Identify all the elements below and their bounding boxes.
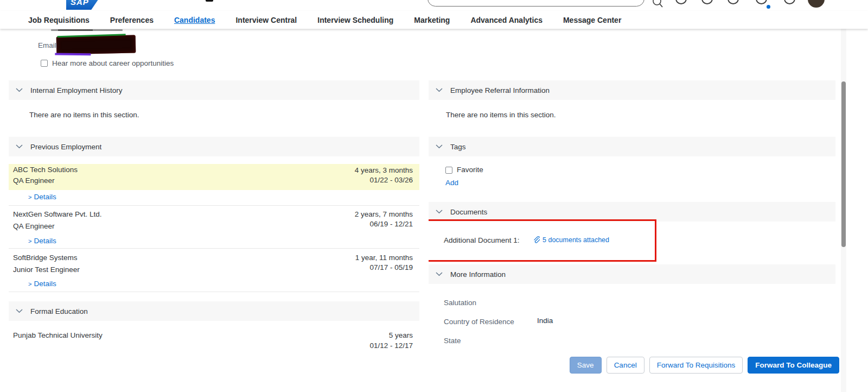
attachment-link-label: 5 documents attached xyxy=(542,236,609,244)
chevron-down-icon xyxy=(436,210,443,214)
nav-preferences[interactable]: Preferences xyxy=(110,16,154,24)
section-title: Employee Referral Information xyxy=(450,86,550,94)
favorite-checkbox[interactable] xyxy=(445,167,452,174)
empty-section-text: There are no items in this section. xyxy=(446,111,556,119)
state-label: State xyxy=(444,337,461,345)
row-divider xyxy=(9,292,419,292)
avatar[interactable] xyxy=(808,0,825,8)
nav-message-center[interactable]: Message Center xyxy=(563,16,621,24)
chevron-right-icon xyxy=(28,280,31,288)
notification-badge xyxy=(767,5,770,9)
salutation-label: Salutation xyxy=(444,299,476,307)
nav-candidates[interactable]: Candidates xyxy=(174,16,215,24)
chevron-down-icon xyxy=(436,144,443,149)
chevron-down-icon xyxy=(436,88,443,92)
chevron-down-icon xyxy=(436,272,443,276)
career-opportunities-label: Hear more about career opportunities xyxy=(52,59,174,67)
chevron-down-icon xyxy=(16,309,23,313)
save-button[interactable]: Save xyxy=(570,357,602,374)
nav-interview-scheduling[interactable]: Interview Scheduling xyxy=(317,16,393,24)
section-tags[interactable]: Tags xyxy=(429,137,835,156)
documents-attached-link[interactable]: 5 documents attached xyxy=(533,236,609,244)
details-link[interactable]: Details xyxy=(28,193,56,201)
details-label: Details xyxy=(34,280,56,288)
section-employee-referral[interactable]: Employee Referral Information xyxy=(429,80,835,100)
section-title: Tags xyxy=(450,143,466,151)
nav-marketing[interactable]: Marketing xyxy=(414,16,450,24)
employment-duration: 1 year, 11 months xyxy=(355,254,413,262)
employment-dates: 01/22 - 03/26 xyxy=(369,176,413,184)
right-column: Employee Referral Information There are … xyxy=(429,28,835,380)
cropped-header-text xyxy=(206,0,213,2)
education-duration: 5 years xyxy=(389,331,413,339)
country-of-residence-label: Country of Residence xyxy=(444,318,514,326)
notifications-icon[interactable] xyxy=(756,0,767,4)
settings-icon[interactable] xyxy=(727,0,739,4)
nav-job-requisitions[interactable]: Job Requisitions xyxy=(28,16,90,24)
employment-dates: 07/17 - 05/19 xyxy=(369,263,413,271)
forward-to-colleague-button[interactable]: Forward To Colleague xyxy=(748,357,839,374)
employment-duration: 4 years, 3 months xyxy=(355,166,413,174)
career-opportunities-checkbox[interactable] xyxy=(41,60,48,67)
details-link[interactable]: Details xyxy=(28,280,56,288)
paperclip-icon xyxy=(533,236,540,244)
job-title: Junior Test Engineer xyxy=(13,265,80,274)
details-label: Details xyxy=(34,193,56,201)
redacted-email-value xyxy=(56,35,136,54)
main-nav: Job Requisitions Preferences Candidates … xyxy=(0,11,868,29)
chevron-down-icon xyxy=(16,88,23,92)
job-title: QA Engineer xyxy=(13,176,55,185)
nav-advanced-analytics[interactable]: Advanced Analytics xyxy=(470,16,542,24)
additional-document-label: Additional Document 1: xyxy=(444,236,520,244)
company-name: SoftBridge Systems xyxy=(13,254,78,262)
chevron-down-icon xyxy=(16,144,23,149)
row-divider xyxy=(9,248,419,249)
job-title: QA Engineer xyxy=(13,222,55,230)
country-of-residence-value: India xyxy=(537,317,553,325)
cancel-button[interactable]: Cancel xyxy=(607,357,644,374)
section-more-information[interactable]: More Information xyxy=(429,264,835,284)
chevron-right-icon xyxy=(28,237,31,245)
section-title: Documents xyxy=(450,208,487,216)
section-internal-employment-history[interactable]: Internal Employment History xyxy=(9,80,419,100)
forward-to-requisitions-button[interactable]: Forward To Requisitions xyxy=(649,357,743,374)
favorite-label: Favorite xyxy=(457,166,483,174)
scrollbar-thumb[interactable] xyxy=(841,81,846,247)
apps-icon[interactable] xyxy=(784,0,795,4)
company-name: NextGen Software Pvt. Ltd. xyxy=(13,210,102,218)
section-documents[interactable]: Documents xyxy=(429,202,835,222)
row-divider xyxy=(9,205,419,206)
section-title: More Information xyxy=(450,270,506,279)
clipped-text-fragment xyxy=(51,29,123,31)
employment-dates: 06/19 - 12/21 xyxy=(369,220,413,228)
chat-icon[interactable] xyxy=(701,0,713,4)
empty-section-text: There are no items in this section. xyxy=(29,111,139,119)
cropped-header-strip: SAP xyxy=(0,0,868,11)
company-name: ABC Tech Solutions xyxy=(13,166,78,174)
email-label: Email xyxy=(38,41,56,49)
footer-actions: Save Cancel Forward To Requisitions Forw… xyxy=(570,357,839,374)
add-tag-link[interactable]: Add xyxy=(445,179,458,187)
left-column: Email Hear more about career opportuniti… xyxy=(9,28,419,349)
details-label: Details xyxy=(34,237,56,245)
section-title: Internal Employment History xyxy=(30,86,123,94)
employment-duration: 2 years, 7 months xyxy=(355,210,413,218)
section-title: Previous Employment xyxy=(30,143,101,151)
search-icon[interactable] xyxy=(652,0,664,9)
chevron-right-icon xyxy=(28,193,31,201)
education-dates: 01/12 - 12/17 xyxy=(369,342,413,349)
section-formal-education[interactable]: Formal Education xyxy=(9,301,419,321)
sap-logo: SAP xyxy=(66,0,102,10)
section-title: Formal Education xyxy=(30,307,88,315)
global-search-input[interactable] xyxy=(427,0,644,7)
nav-interview-central[interactable]: Interview Central xyxy=(235,16,297,24)
help-icon[interactable] xyxy=(675,0,687,4)
details-link[interactable]: Details xyxy=(28,237,56,245)
section-previous-employment[interactable]: Previous Employment xyxy=(9,137,419,156)
school-name: Punjab Technical University xyxy=(13,331,103,339)
